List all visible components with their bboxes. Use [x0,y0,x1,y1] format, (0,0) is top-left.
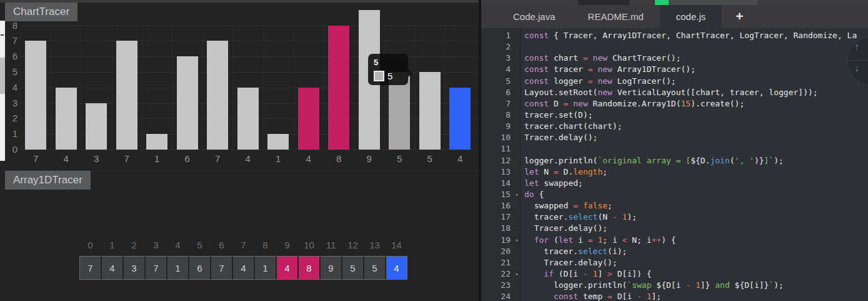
fold-arrow-icon[interactable]: ▾ [516,235,519,246]
code-line: let swapped; [524,178,868,189]
gutter-line-number: 20 [481,246,520,257]
array-cell: 5 [342,257,363,279]
array-cell: 9 [321,257,341,279]
chart-tooltip: 5 5 [368,54,408,85]
chart-bar[interactable] [146,134,167,150]
array-index-label: 0 [80,240,101,250]
chart-tracer-panel: ChartTracer 012345678 743716741489554 5 … [5,3,479,169]
gutter-line-number: 16 [481,200,520,212]
player-progress-bar[interactable] [481,0,868,5]
code-line: const tracer = new Array1DTracer(); [524,64,868,75]
code-line [524,41,868,53]
chart-bar[interactable] [449,88,471,150]
gutter-line-number: 13 [481,166,520,178]
chart-bar[interactable] [86,103,107,150]
gutter-line-number: 17 [481,212,520,223]
tooltip-color-swatch [374,71,384,81]
chart-y-tick-label: 5 [5,67,17,77]
chart-y-tick-label: 6 [5,51,17,61]
chart-x-tick-label: 7 [21,154,51,164]
code-line: Tracer.delay(); [524,223,868,234]
gutter-line-number: 12 [481,155,520,166]
tooltip-title: 5 [374,58,402,67]
fold-arrow-icon[interactable]: ▾ [516,189,519,200]
array-cell: 5 [364,257,385,279]
tooltip-value: 5 [387,71,392,81]
array-index-label: 9 [277,240,297,250]
chart-x-tick-label: 4 [445,154,476,164]
array-cell: 4 [102,257,122,279]
chart-bar[interactable] [207,41,228,150]
editor-code-area[interactable]: const { Tracer, Array1DTracer, ChartTrac… [521,28,868,301]
tab-code-java[interactable]: Code.java [497,5,572,28]
array-index-label: 10 [299,240,319,250]
array-cell: 1 [255,257,276,279]
tab-readme-md[interactable]: README.md [572,5,660,28]
code-line: for (let i = 1; i < N; i++) { [524,235,868,246]
panel-resize-handle[interactable] [1,34,4,36]
array-index-label: 8 [255,240,276,250]
fold-arrow-icon[interactable]: ▾ [516,268,519,280]
scroll-down-icon[interactable]: ↓ [854,63,859,74]
chart-y-tick-label: 3 [5,98,17,108]
code-line: Tracer.delay(); [524,257,868,268]
code-editor[interactable]: 123456789101112131415▾16171819▾202122▾23… [481,28,868,301]
array-cell: 3 [124,257,144,279]
array-index-label: 6 [211,240,232,250]
code-line: let N = D.length; [524,166,868,178]
gutter-line-number: 19▾ [481,235,520,246]
chart-y-tick-label: 0 [5,145,17,155]
chart-tracer-title: ChartTracer [5,3,77,21]
gutter-line-number: 9 [481,121,520,132]
chart-x-tick-label: 4 [51,154,82,164]
chart-x-tick-label: 4 [294,154,324,164]
progress-cursor[interactable] [655,0,669,5]
left-scrollbar[interactable] [0,21,5,161]
array-index-label: 14 [386,240,407,250]
array-cell: 6 [189,257,210,279]
chart-bar[interactable] [25,41,46,150]
code-line: Layout.setRoot(new VerticalLayout([chart… [524,87,868,98]
chart-gridline-horizontal [21,150,476,150]
code-line: const temp = D[i - 1]; [524,291,868,301]
chart-y-tick-label: 1 [5,129,17,139]
chart-gridline-horizontal [21,41,476,41]
add-tab-button[interactable]: + [722,5,757,28]
array-index-label: 2 [124,240,144,250]
gutter-line-number: 22▾ [481,268,520,280]
code-line: const logger = new LogTracer(); [524,76,868,87]
array-index-label: 3 [146,240,166,250]
chart-bar[interactable] [237,88,259,150]
chart-x-tick-label: 1 [142,154,172,164]
chart-gridline-horizontal [21,26,476,26]
chart-bar[interactable] [298,88,319,150]
gutter-line-number: 6 [481,87,520,98]
array-index-label: 5 [189,240,210,250]
fab-divider [847,60,868,61]
chart-x-tick-label: 9 [354,154,385,164]
code-line: tracer.chart(chart); [524,121,868,132]
chart-bar[interactable] [177,56,198,150]
code-line: const { Tracer, Array1DTracer, ChartTrac… [524,30,868,41]
chart-x-tick-label: 4 [233,154,264,164]
chart-bar[interactable] [116,41,137,150]
chart-bar[interactable] [419,72,441,150]
gutter-line-number: 10 [481,132,520,143]
array-cell: 4 [386,257,407,279]
gutter-line-number: 18 [481,223,520,234]
app-window: ChartTracer 012345678 743716741489554 5 … [0,0,868,301]
code-line: logger.println(`original array = [${D.jo… [524,155,868,166]
chart-bar[interactable] [328,26,349,150]
scroll-up-icon[interactable]: ↑ [854,41,859,53]
code-line: tracer.select(i); [524,246,868,257]
left-scrollbar-thumb[interactable] [0,58,5,94]
chart-x-tick-label: 8 [324,154,354,164]
array-index-label: 7 [233,240,254,250]
gutter-line-number: 21 [481,257,520,268]
chart-bar[interactable] [267,134,289,150]
chart-x-tick-label: 7 [112,154,142,164]
chart-x-tick-label: 1 [263,154,294,164]
gutter-line-number: 14 [481,178,520,189]
tab-code-js[interactable]: code.js [660,5,722,28]
chart-bar[interactable] [56,88,77,150]
